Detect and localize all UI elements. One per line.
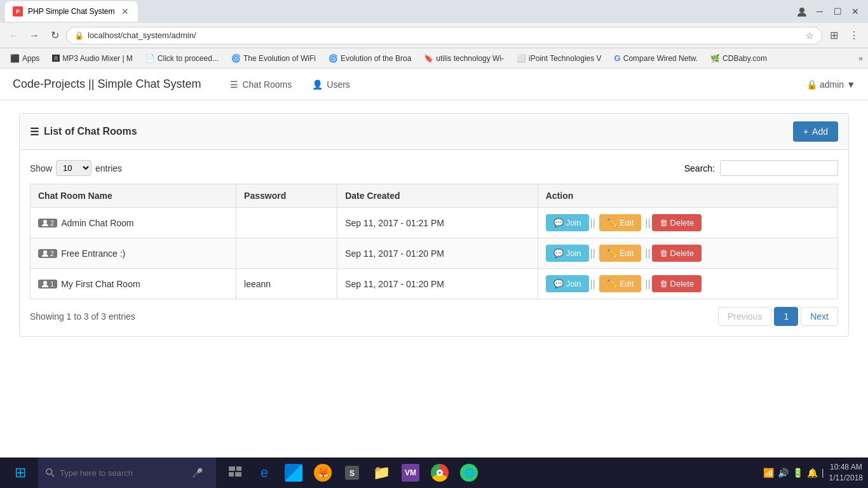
microphone-icon[interactable]: 🎤 — [192, 468, 203, 478]
network-icon[interactable]: 📶 — [763, 468, 774, 478]
tab-close-button[interactable]: ✕ — [120, 6, 130, 17]
forward-button[interactable]: → — [25, 27, 43, 44]
bookmarks-more-button[interactable]: » — [858, 54, 863, 63]
bookmark-mp3[interactable]: 🅰 MP3 Audio Mixer | M — [47, 53, 137, 64]
admin-dropdown[interactable]: 🔒 admin ▼ — [806, 79, 855, 90]
minimize-button[interactable]: ─ — [812, 4, 827, 19]
join-button[interactable]: 💬 Join — [546, 245, 589, 262]
separator-1: || — [590, 248, 595, 259]
table-controls: Show 10 25 50 100 entries Search: — [30, 160, 838, 176]
battery-icon[interactable]: 🔋 — [792, 468, 803, 478]
proceed-bookmark-icon: 📄 — [146, 54, 155, 63]
taskbar-search-input[interactable] — [60, 468, 187, 478]
svg-point-4 — [46, 469, 52, 475]
tab-title: PHP Simple Chat System — [28, 7, 115, 16]
svg-point-2 — [43, 250, 47, 254]
search-input[interactable] — [720, 160, 838, 176]
bookmark-apps[interactable]: ⬛ Apps — [5, 53, 44, 64]
bookmark-utilis-label: utilis technology Wi- — [436, 54, 504, 63]
join-button[interactable]: 💬 Join — [546, 275, 589, 292]
admin-label: admin — [820, 79, 844, 90]
taskbar-search-icon — [46, 468, 55, 477]
close-button[interactable]: ✕ — [848, 4, 863, 19]
taskbar-search-bar[interactable]: 🎤 — [38, 458, 216, 488]
previous-button[interactable]: Previous — [718, 307, 771, 326]
browser-tab[interactable]: P PHP Simple Chat System ✕ — [5, 1, 138, 22]
bookmark-compare[interactable]: G Compare Wired Netw. — [609, 52, 703, 64]
taskbar-store[interactable] — [280, 458, 308, 488]
bookmark-evolution-wifi[interactable]: 🌀 The Evolution of WiFi — [226, 53, 321, 64]
delete-button[interactable]: 🗑 Delete — [652, 245, 702, 262]
address-bar-icons: ☆ — [806, 30, 814, 41]
user-badge: 1 — [38, 280, 57, 288]
nav-chat-rooms[interactable]: ☰ Chat Rooms — [220, 71, 302, 98]
showing-text: Showing 1 to 3 of 3 entries — [30, 311, 135, 322]
taskbar-chrome[interactable] — [426, 458, 454, 488]
next-button[interactable]: Next — [801, 307, 838, 326]
join-button[interactable]: 💬 Join — [546, 214, 589, 231]
back-button[interactable]: ← — [5, 27, 23, 44]
svg-text:S: S — [349, 469, 355, 478]
edit-button[interactable]: ✏️ Edit — [599, 275, 641, 292]
edit-button[interactable]: ✏️ Edit — [599, 245, 641, 262]
user-badge: 2 — [38, 249, 57, 258]
nav-users[interactable]: 👤 Users — [302, 71, 360, 98]
taskbar-task-view[interactable] — [221, 458, 249, 488]
taskbar-unknown[interactable]: S — [338, 458, 366, 488]
window-controls: ─ ☐ ✕ — [794, 4, 863, 19]
delete-button[interactable]: 🗑 Delete — [652, 275, 702, 292]
nav-right-icons: ⊞ ⋮ — [825, 27, 863, 44]
delete-button[interactable]: 🗑 Delete — [652, 214, 702, 231]
bookmark-proceed[interactable]: 📄 Click to proceed... — [140, 53, 224, 64]
edit-button[interactable]: ✏️ Edit — [599, 214, 641, 231]
taskbar-vm[interactable]: VM — [397, 458, 424, 488]
notification-icon[interactable]: 🔔 — [807, 468, 818, 478]
maximize-button[interactable]: ☐ — [830, 4, 845, 19]
taskbar-firefox[interactable]: 🦊 — [309, 458, 337, 488]
edge-icon: e — [255, 464, 273, 482]
cell-room-name: 1 My First Chat Room — [31, 269, 236, 299]
star-icon[interactable]: ☆ — [806, 30, 814, 41]
edit-icon: ✏️ — [607, 248, 617, 258]
main-content: ☰ List of Chat Rooms + Add Show — [0, 100, 868, 349]
bookmark-cdbaby[interactable]: 🌿 CDBaby.com — [705, 53, 772, 64]
compare-icon: G — [614, 53, 621, 63]
bookmark-ipoint[interactable]: ⬜ iPoint Technologies V — [512, 53, 607, 64]
taskbar: ⊞ 🎤 e 🦊 S 📁 — [0, 458, 868, 488]
speaker-icon[interactable]: 🔊 — [778, 468, 789, 478]
taskbar-clock[interactable]: 10:48 AM 1/11/2018 — [829, 462, 863, 484]
add-button[interactable]: + Add — [793, 121, 838, 142]
show-desktop-icon[interactable]: | — [822, 468, 824, 478]
taskbar-edge[interactable]: e — [250, 458, 278, 488]
taskbar-folder[interactable]: 📁 — [367, 458, 395, 488]
address-bar[interactable]: 🔒 localhost/chat_system/admin/ ☆ — [66, 27, 822, 44]
separator-2: || — [645, 248, 650, 259]
menu-button[interactable]: ⋮ — [845, 27, 863, 44]
page-1-button[interactable]: 1 — [774, 307, 798, 326]
table-row: 2 Free Entrance :) Sep 11, 2017 - 01:20 … — [31, 238, 838, 269]
app-navigation: Code-Projects || Simple Chat System ☰ Ch… — [0, 69, 868, 100]
trash-icon: 🗑 — [660, 248, 668, 258]
room-name-text: Admin Chat Room — [61, 218, 133, 228]
taskbar-globe[interactable]: 🌐 — [455, 458, 483, 488]
taskbar-system-icons: 📶 🔊 🔋 🔔 | — [763, 468, 824, 478]
bookmark-utilis[interactable]: 🔖 utilis technology Wi- — [419, 53, 509, 64]
bookmark-evolution-broa[interactable]: 🌀 Evolution of the Broa — [323, 53, 416, 64]
reload-button[interactable]: ↻ — [46, 27, 64, 44]
profile-icon[interactable] — [794, 4, 810, 19]
extensions-button[interactable]: ⊞ — [825, 27, 843, 44]
cell-action: 💬 Join || ✏️ Edit || 🗑 Delete — [538, 208, 837, 238]
search-label: Search: — [684, 163, 715, 173]
show-entries-select[interactable]: 10 25 50 100 — [56, 160, 92, 176]
time-display: 10:48 AM — [829, 462, 863, 473]
cell-room-name: 2 Admin Chat Room — [31, 208, 236, 238]
cell-action: 💬 Join || ✏️ Edit || 🗑 Delete — [538, 238, 837, 269]
pagination: Previous 1 Next — [718, 307, 838, 326]
table-head: Chat Room Name Password Date Created Act… — [31, 184, 838, 208]
bookmark-cdbaby-label: CDBaby.com — [722, 54, 767, 63]
title-bar: P PHP Simple Chat System ✕ ─ ☐ ✕ — [0, 0, 868, 23]
user-badge: 2 — [38, 219, 57, 227]
cdbaby-icon: 🌿 — [710, 54, 720, 63]
table-row: 1 My First Chat Room leeann Sep 11, 2017… — [31, 269, 838, 299]
start-button[interactable]: ⊞ — [5, 458, 36, 488]
